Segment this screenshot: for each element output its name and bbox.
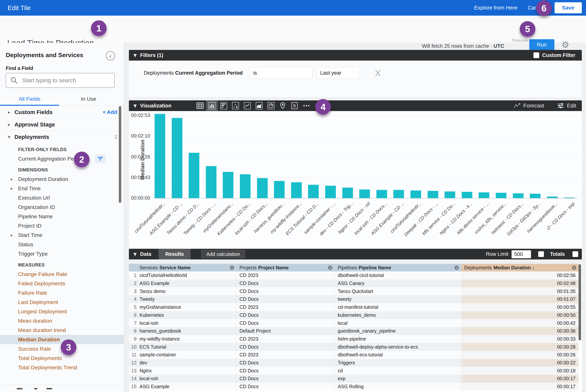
cell-pipeline-name[interactable]: dbothwell-deploy-alpha-service-to-ecs — [335, 343, 461, 351]
cell-median-duration[interactable]: 00:00:22 — [461, 359, 579, 367]
filter-operator-select[interactable]: is — [249, 67, 312, 79]
cell-service-name[interactable]: dev — [136, 359, 236, 367]
viz-type-more-icon[interactable] — [300, 100, 312, 111]
column-gear-icon[interactable]: ⚙ — [572, 264, 577, 271]
cell-service-name[interactable]: cicdTutorialHelloWorld — [136, 272, 236, 280]
chart-bar[interactable] — [564, 198, 575, 198]
chart-bar[interactable] — [479, 192, 489, 198]
cell-project-name[interactable]: CD Docs — [236, 319, 335, 327]
cell-service-name[interactable]: Kubernetes — [136, 311, 236, 319]
chart-bar[interactable] — [325, 186, 336, 198]
cell-pipeline-name[interactable]: exp — [335, 375, 461, 383]
cell-service-name[interactable]: Nginx — [136, 367, 236, 375]
cell-pipeline-name[interactable]: dbothwell-ecs-tutorial — [335, 351, 461, 359]
viz-type-area-icon[interactable] — [253, 100, 265, 111]
cell-pipeline-name[interactable]: ASG Canary — [335, 280, 461, 288]
tree-caret-icon[interactable]: ▸ — [8, 110, 14, 115]
chart-bar[interactable] — [428, 191, 438, 198]
cell-pipeline-name[interactable]: kubernetes_demo — [335, 311, 461, 319]
field-item[interactable]: Trigger Type — [0, 249, 124, 258]
add-custom-field-link[interactable]: + Add — [102, 109, 117, 115]
cell-service-name[interactable]: sample-container — [136, 351, 236, 359]
field-item[interactable]: ▸Deployment Duration — [0, 174, 124, 184]
field-item[interactable]: Mean duration — [0, 316, 124, 326]
data-section-bar[interactable]: ▼ Data Results Add calculation Row Limit… — [129, 249, 582, 260]
cell-median-duration[interactable]: 00:00:18 — [461, 367, 579, 375]
chart-bar[interactable] — [359, 190, 370, 198]
section-collapse-caret-icon[interactable]: ▼ — [133, 252, 137, 256]
cell-median-duration[interactable]: 00:00:28 — [461, 343, 579, 351]
cell-project-name[interactable]: CD Docs — [236, 311, 335, 319]
field-item[interactable]: Organization ID — [0, 202, 124, 212]
cell-service-name[interactable]: ECS Tutorial — [136, 343, 236, 351]
field-item[interactable]: Failure Rate — [0, 288, 124, 298]
field-item[interactable]: Total Deployments Trend — [0, 363, 124, 372]
cell-pipeline-name[interactable]: dbothwell-cicd-tutorial — [335, 272, 461, 280]
save-button[interactable]: Save — [555, 2, 582, 13]
column-gear-icon[interactable]: ⚙ — [454, 264, 459, 271]
section-collapse-caret-icon[interactable]: ▼ — [133, 104, 137, 108]
explore-from-here-link[interactable]: Explore from Here — [474, 5, 518, 11]
field-item[interactable]: Failed Deployments — [0, 279, 124, 288]
cell-pipeline-name[interactable]: helm-pipeline — [335, 335, 461, 343]
chart-bar[interactable] — [223, 172, 233, 198]
viz-type-scatter-icon[interactable] — [230, 100, 241, 111]
cell-service-name[interactable]: ASG Example — [136, 383, 236, 391]
chart-bar[interactable] — [240, 174, 251, 198]
cell-project-name[interactable]: CD 2023 — [236, 303, 335, 311]
chart-bar[interactable] — [547, 196, 558, 198]
row-limit-input[interactable] — [512, 250, 531, 258]
filters-section-bar[interactable]: ▼ Filters (1) Custom Filter — [129, 50, 582, 60]
field-search-input[interactable]: Start typing to search — [6, 73, 115, 88]
cell-project-name[interactable]: CD 2023 — [236, 335, 335, 343]
cell-project-name[interactable]: CD Docs — [236, 383, 335, 391]
tree-caret-icon[interactable]: ▸ — [8, 122, 14, 127]
chart-bar[interactable] — [172, 118, 182, 198]
cell-median-duration[interactable]: 00:00:17 — [461, 375, 579, 383]
chart-bar[interactable] — [393, 190, 404, 198]
field-item[interactable]: Pipeline Name — [0, 212, 124, 221]
cell-project-name[interactable]: CD Docs — [236, 280, 335, 288]
viz-type-line-icon[interactable] — [241, 100, 253, 111]
timezone-label[interactable]: Timezone — [512, 38, 529, 43]
cell-pipeline-name[interactable]: local — [335, 319, 461, 327]
cell-pipeline-name[interactable]: Tanzu Quickstart — [335, 287, 461, 295]
cell-pipeline-name[interactable]: tweety — [335, 295, 461, 303]
sidebar-group-approval-stage[interactable]: ▸ Approval Stage — [0, 118, 124, 131]
cell-project-name[interactable]: CD Docs — [236, 375, 335, 383]
viz-type-pie-icon[interactable] — [265, 100, 277, 111]
cell-project-name[interactable]: CD Docs — [236, 295, 335, 303]
cell-median-duration[interactable]: 00:00:55 — [461, 303, 579, 311]
cell-service-name[interactable]: local-ssh — [136, 375, 236, 383]
chart-bar[interactable] — [274, 181, 285, 198]
tab-all-fields[interactable]: All Fields — [0, 94, 59, 106]
tree-caret-icon[interactable]: ▸ — [11, 177, 13, 182]
cell-pipeline-name[interactable]: cd — [335, 367, 461, 375]
cell-service-name[interactable]: Tanzu demo — [136, 287, 236, 295]
cell-pipeline-name[interactable]: guestbook_canary_pipeline — [335, 327, 461, 335]
viz-type-bar-icon[interactable] — [218, 100, 230, 111]
field-item[interactable]: Total Deployments — [0, 354, 124, 363]
field-item[interactable]: Project ID — [0, 221, 124, 230]
tree-caret-icon[interactable]: ▸ — [11, 233, 13, 238]
chart-bar[interactable] — [342, 188, 353, 198]
custom-filter-checkbox[interactable] — [534, 52, 539, 58]
cell-median-duration[interactable]: 00:02:48 — [461, 280, 579, 288]
chart-bar[interactable] — [445, 192, 455, 198]
edit-viz-button[interactable]: Edit — [558, 103, 576, 109]
cell-project-name[interactable]: CD 2023 — [236, 272, 335, 280]
sidebar-group-deployments[interactable]: ▾ Deployments2 — [0, 131, 124, 143]
chart-bar[interactable] — [462, 192, 472, 198]
cell-pipeline-name[interactable]: cd-manifest-tutorial — [335, 303, 461, 311]
field-item[interactable]: Mean duration trend — [0, 326, 124, 335]
field-item[interactable]: Longest Deployment — [0, 307, 124, 316]
cell-service-name[interactable]: harness_guestbook — [136, 327, 236, 335]
chart-bar[interactable] — [496, 193, 507, 198]
viz-type-table-icon[interactable] — [194, 100, 206, 111]
cell-median-duration[interactable]: 00:00:26 — [461, 351, 579, 359]
cell-median-duration[interactable]: 00:00:42 — [461, 319, 579, 327]
column-header-service-name[interactable]: Services Service Name ⚙ — [136, 264, 236, 272]
add-calculation-button[interactable]: Add calculation — [201, 250, 245, 258]
subtotals-checkbox[interactable] — [573, 251, 578, 257]
cell-median-duration[interactable]: 00:00:50 — [461, 311, 579, 319]
